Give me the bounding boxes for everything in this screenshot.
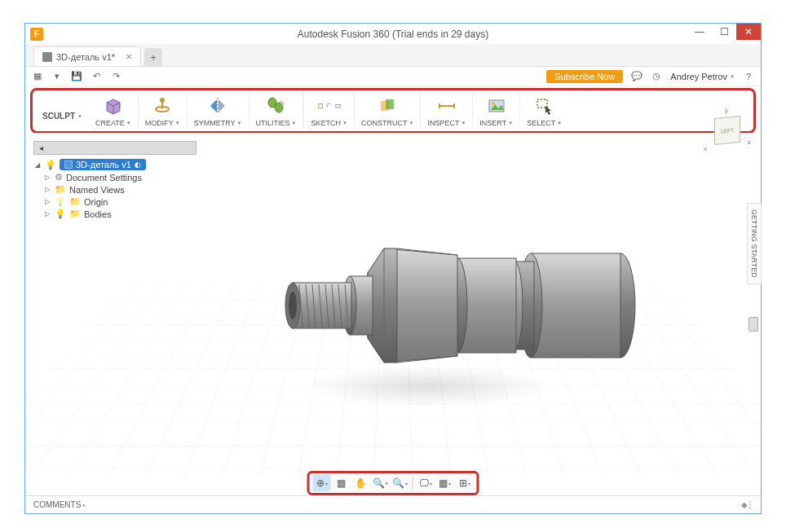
construct-icon[interactable] bbox=[376, 95, 399, 117]
workspace-switcher[interactable]: SCULPT▼ bbox=[36, 103, 89, 129]
ribbon-group-construct: CONSTRUCT▼ bbox=[355, 93, 421, 129]
document-tab[interactable]: 3D-деталь v1* ✕ bbox=[33, 46, 141, 66]
create-box-icon[interactable] bbox=[102, 95, 125, 117]
maximize-button[interactable]: ☐ bbox=[712, 24, 736, 40]
folder-icon: 📁 bbox=[55, 184, 66, 195]
nav-zoom-button[interactable]: 🔍+ bbox=[372, 475, 390, 491]
nav-viewports-button[interactable]: ⊞▾ bbox=[456, 475, 474, 491]
header-bar: ▦ ▾ 💾 ↶ ↷ Subscribe Now 💬 ◷ Andrey Petro… bbox=[25, 67, 761, 86]
symmetry-icon[interactable] bbox=[206, 95, 229, 117]
getting-started-tab[interactable]: GETTING STARTED bbox=[747, 203, 762, 284]
job-status-icon[interactable]: ◷ bbox=[651, 71, 662, 82]
construct-label[interactable]: CONSTRUCT▼ bbox=[361, 119, 413, 127]
select-icon[interactable] bbox=[533, 95, 556, 117]
svg-rect-14 bbox=[386, 99, 394, 109]
axis-x-label: x bbox=[704, 145, 707, 152]
comments-toggle[interactable]: COMMENTS ▸ bbox=[33, 500, 86, 509]
comments-bar: COMMENTS ▸ ◆┆ bbox=[25, 495, 761, 513]
expand-icon[interactable]: ▷ bbox=[45, 198, 51, 205]
nav-look-button[interactable]: ▦ bbox=[333, 475, 351, 491]
viewcube-face[interactable]: LEFT bbox=[714, 116, 740, 145]
nav-pan-button[interactable]: ✋ bbox=[352, 475, 370, 491]
svg-marker-7 bbox=[219, 99, 225, 112]
browser-item-label: Document Settings bbox=[66, 173, 142, 182]
browser-item-label: Bodies bbox=[84, 209, 112, 219]
document-tabstrip: 3D-деталь v1* ✕ + bbox=[25, 44, 761, 67]
document-tab-label: 3D-деталь v1* bbox=[56, 52, 115, 62]
window-title: Autodesk Fusion 360 (Trial ends in 29 da… bbox=[25, 29, 761, 40]
ribbon-highlight: SCULPT▼ CREATE▼ MODIFY▼ SYMMETRY▼ bbox=[30, 88, 756, 134]
utilities-label[interactable]: UTILITIES▼ bbox=[256, 119, 297, 127]
nav-display-button[interactable]: 🖵▾ bbox=[417, 475, 435, 491]
viewcube[interactable]: y LEFT z x bbox=[707, 110, 748, 151]
svg-point-5 bbox=[161, 99, 164, 102]
svg-marker-6 bbox=[210, 99, 217, 112]
timeline-marker-icon[interactable]: ◆┆ bbox=[741, 500, 753, 509]
quick-access-toolbar: ▦ ▾ 💾 ↶ ↷ bbox=[32, 71, 121, 82]
browser-item-named-views[interactable]: ▷ 📁 Named Views bbox=[33, 183, 196, 196]
ribbon-group-create: CREATE▼ bbox=[89, 93, 139, 129]
axis-z-label: z bbox=[748, 138, 751, 146]
document-tab-close-icon[interactable]: ✕ bbox=[126, 52, 132, 61]
sketch-icons[interactable] bbox=[318, 95, 341, 117]
expand-icon[interactable]: ▷ bbox=[45, 186, 51, 193]
ribbon-group-utilities: UTILITIES▼ bbox=[249, 93, 304, 129]
visibility-icon[interactable]: 💡 bbox=[55, 196, 66, 207]
svg-point-38 bbox=[289, 292, 297, 319]
nav-orbit-button[interactable]: ⊕▾ bbox=[313, 475, 331, 491]
ribbon-group-inspect: INSPECT▼ bbox=[421, 93, 473, 129]
app-icon: F bbox=[30, 28, 43, 41]
model-part[interactable] bbox=[254, 216, 661, 395]
ribbon-group-insert: INSERT▼ bbox=[473, 93, 520, 129]
browser-panel: ◂ BROWSER ◢ 💡 3D-деталь v1 ◐ ▷ ⚙ Documen… bbox=[33, 141, 196, 220]
redo-icon[interactable]: ↷ bbox=[110, 71, 121, 82]
slider-thumb[interactable] bbox=[748, 317, 758, 332]
ribbon-group-modify: MODIFY▼ bbox=[139, 93, 188, 129]
browser-item-document-settings[interactable]: ▷ ⚙ Document Settings bbox=[33, 171, 196, 183]
sketch-label[interactable]: SKETCH▼ bbox=[311, 119, 347, 127]
inspect-label[interactable]: INSPECT▼ bbox=[427, 119, 466, 127]
expand-icon[interactable]: ◢ bbox=[35, 161, 42, 169]
minimize-button[interactable]: — bbox=[687, 24, 712, 40]
user-name: Andrey Petrov bbox=[670, 72, 727, 81]
create-label[interactable]: CREATE▼ bbox=[95, 119, 131, 127]
utilities-icon[interactable] bbox=[264, 95, 287, 117]
folder-icon: 📁 bbox=[69, 209, 81, 219]
insert-icon[interactable] bbox=[485, 95, 508, 117]
notifications-icon[interactable]: 💬 bbox=[631, 71, 642, 82]
svg-point-10 bbox=[275, 103, 283, 112]
ribbon-group-sketch: SKETCH▼ bbox=[303, 93, 354, 129]
visibility-icon[interactable]: 💡 bbox=[45, 160, 56, 170]
right-slider bbox=[748, 292, 760, 358]
expand-icon[interactable]: ▷ bbox=[45, 174, 51, 181]
new-tab-button[interactable]: + bbox=[144, 48, 162, 66]
help-icon[interactable]: ? bbox=[743, 71, 754, 82]
titlebar: F Autodesk Fusion 360 (Trial ends in 29 … bbox=[25, 24, 761, 44]
app-window: F Autodesk Fusion 360 (Trial ends in 29 … bbox=[24, 23, 762, 514]
comments-label-text: COMMENTS bbox=[33, 500, 81, 509]
chevron-icon: ▸ bbox=[83, 502, 86, 508]
browser-header-bar[interactable]: ◂ BROWSER bbox=[33, 141, 196, 155]
file-menu-icon[interactable]: ▾ bbox=[51, 71, 63, 82]
undo-icon[interactable]: ↶ bbox=[91, 71, 102, 82]
insert-label[interactable]: INSERT▼ bbox=[479, 119, 513, 127]
nav-grid-button[interactable]: ▦▾ bbox=[436, 475, 454, 491]
subscribe-button[interactable]: Subscribe Now bbox=[546, 70, 623, 83]
close-button[interactable]: ✕ bbox=[736, 24, 761, 40]
browser-root-row[interactable]: ◢ 💡 3D-деталь v1 ◐ bbox=[33, 158, 196, 171]
nav-fit-button[interactable]: 🔍▾ bbox=[391, 475, 409, 491]
user-menu[interactable]: Andrey Petrov▼ bbox=[670, 72, 735, 81]
visibility-icon[interactable]: 💡 bbox=[55, 209, 66, 219]
modify-label[interactable]: MODIFY▼ bbox=[145, 119, 180, 127]
modify-icon[interactable] bbox=[151, 95, 174, 117]
select-label[interactable]: SELECT▼ bbox=[527, 119, 562, 127]
data-panel-icon[interactable]: ▦ bbox=[32, 71, 43, 82]
expand-icon[interactable]: ▷ bbox=[45, 210, 51, 218]
nav-separator bbox=[413, 477, 413, 490]
save-icon[interactable]: 💾 bbox=[71, 71, 82, 82]
symmetry-label[interactable]: SYMMETRY▼ bbox=[194, 119, 242, 127]
browser-item-bodies[interactable]: ▷ 💡 📁 Bodies bbox=[33, 208, 196, 220]
browser-root-label[interactable]: 3D-деталь v1 ◐ bbox=[60, 159, 146, 170]
inspect-icon[interactable] bbox=[435, 95, 458, 117]
browser-item-origin[interactable]: ▷ 💡 📁 Origin bbox=[33, 196, 196, 208]
